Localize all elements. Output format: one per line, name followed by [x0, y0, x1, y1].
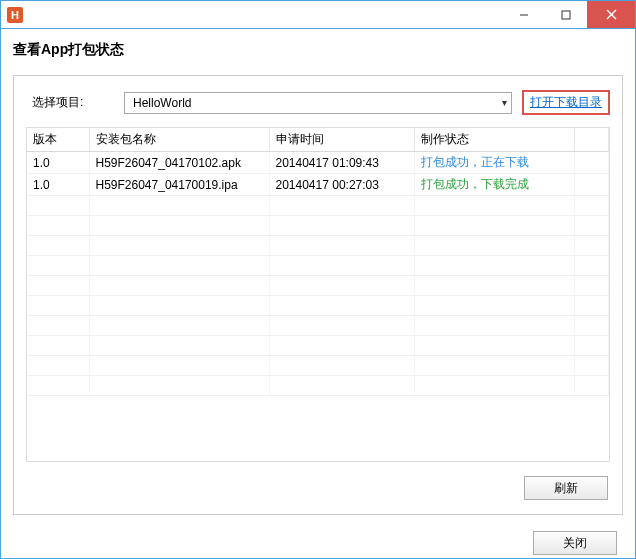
table-cell: [574, 336, 609, 356]
table-cell: [89, 336, 269, 356]
table-cell: [27, 336, 89, 356]
table-row: [27, 336, 609, 356]
table-cell: 20140417 00:27:03: [269, 174, 414, 196]
project-label: 选择项目:: [26, 94, 114, 111]
table-cell: 20140417 01:09:43: [269, 152, 414, 174]
project-select-value: HelloWorld: [133, 96, 191, 110]
table-cell: [414, 296, 574, 316]
maximize-button[interactable]: [545, 1, 587, 28]
table-cell: [574, 256, 609, 276]
table-row: [27, 316, 609, 336]
open-download-dir-link[interactable]: 打开下载目录: [530, 95, 602, 109]
bottom-row: 关闭: [1, 515, 635, 555]
table-cell: [269, 236, 414, 256]
table-cell: [89, 196, 269, 216]
table-cell: [27, 376, 89, 396]
chevron-down-icon: ▾: [502, 97, 507, 108]
table-cell: [414, 256, 574, 276]
table-cell: [27, 316, 89, 336]
col-status[interactable]: 制作状态: [414, 128, 574, 152]
svg-rect-1: [562, 11, 570, 19]
open-download-dir-highlight: 打开下载目录: [522, 90, 610, 115]
table-cell: [269, 196, 414, 216]
refresh-row: 刷新: [14, 468, 622, 514]
table-cell: [414, 196, 574, 216]
table-row: [27, 256, 609, 276]
table-cell: [27, 236, 89, 256]
table-cell: [269, 316, 414, 336]
package-table: 版本 安装包名称 申请时间 制作状态 1.0H59F26047_04170102…: [27, 128, 609, 396]
table-cell: 1.0: [27, 152, 89, 174]
table-cell: [414, 376, 574, 396]
table-cell: H59F26047_04170102.apk: [89, 152, 269, 174]
minimize-button[interactable]: [503, 1, 545, 28]
table-cell: [269, 276, 414, 296]
table-cell: [414, 216, 574, 236]
table-cell: [27, 356, 89, 376]
table-row: [27, 276, 609, 296]
table-cell: [414, 316, 574, 336]
table-cell: [89, 316, 269, 336]
table-cell: 打包成功，下载完成: [414, 174, 574, 196]
table-row: [27, 236, 609, 256]
table-cell: [89, 276, 269, 296]
table-cell: [269, 256, 414, 276]
table-container: 版本 安装包名称 申请时间 制作状态 1.0H59F26047_04170102…: [26, 127, 610, 462]
table-cell: [414, 236, 574, 256]
col-apply-time[interactable]: 申请时间: [269, 128, 414, 152]
table-row[interactable]: 1.0H59F26047_04170102.apk20140417 01:09:…: [27, 152, 609, 174]
table-cell: [574, 236, 609, 256]
project-select[interactable]: HelloWorld ▾: [124, 92, 512, 114]
table-row: [27, 296, 609, 316]
table-cell: [269, 336, 414, 356]
table-cell: 打包成功，正在下载: [414, 152, 574, 174]
table-cell: H59F26047_04170019.ipa: [89, 174, 269, 196]
table-row[interactable]: 1.0H59F26047_04170019.ipa20140417 00:27:…: [27, 174, 609, 196]
table-cell: [574, 216, 609, 236]
table-cell: [574, 174, 609, 196]
table-cell: [414, 356, 574, 376]
col-extra[interactable]: [574, 128, 609, 152]
refresh-button[interactable]: 刷新: [524, 476, 608, 500]
table-cell: [27, 196, 89, 216]
table-cell: [27, 296, 89, 316]
table-cell: [89, 356, 269, 376]
table-cell: [574, 296, 609, 316]
app-icon: H: [7, 7, 23, 23]
table-row: [27, 196, 609, 216]
table-cell: [269, 356, 414, 376]
table-row: [27, 216, 609, 236]
table-cell: [89, 296, 269, 316]
table-cell: [269, 216, 414, 236]
table-cell: [269, 296, 414, 316]
table-cell: [574, 316, 609, 336]
table-cell: [269, 376, 414, 396]
table-cell: [574, 356, 609, 376]
table-row: [27, 356, 609, 376]
table-cell: [574, 376, 609, 396]
table-cell: [27, 256, 89, 276]
table-cell: [414, 336, 574, 356]
table-cell: [574, 276, 609, 296]
table-cell: [574, 152, 609, 174]
table-cell: [414, 276, 574, 296]
close-window-button[interactable]: [587, 1, 635, 28]
table-cell: [27, 216, 89, 236]
col-version[interactable]: 版本: [27, 128, 89, 152]
titlebar-left: H: [1, 7, 23, 23]
col-package-name[interactable]: 安装包名称: [89, 128, 269, 152]
table-cell: [89, 236, 269, 256]
table-cell: [89, 376, 269, 396]
table-cell: [89, 216, 269, 236]
project-row: 选择项目: HelloWorld ▾ 打开下载目录: [14, 76, 622, 127]
table-cell: 1.0: [27, 174, 89, 196]
window-controls: [503, 1, 635, 28]
close-button[interactable]: 关闭: [533, 531, 617, 555]
titlebar: H: [1, 1, 635, 29]
table-cell: [574, 196, 609, 216]
table-cell: [27, 276, 89, 296]
main-panel: 选择项目: HelloWorld ▾ 打开下载目录 版本 安装包名称 申请时间 …: [13, 75, 623, 515]
table-row: [27, 376, 609, 396]
page-title: 查看App打包状态: [1, 29, 635, 75]
table-cell: [89, 256, 269, 276]
